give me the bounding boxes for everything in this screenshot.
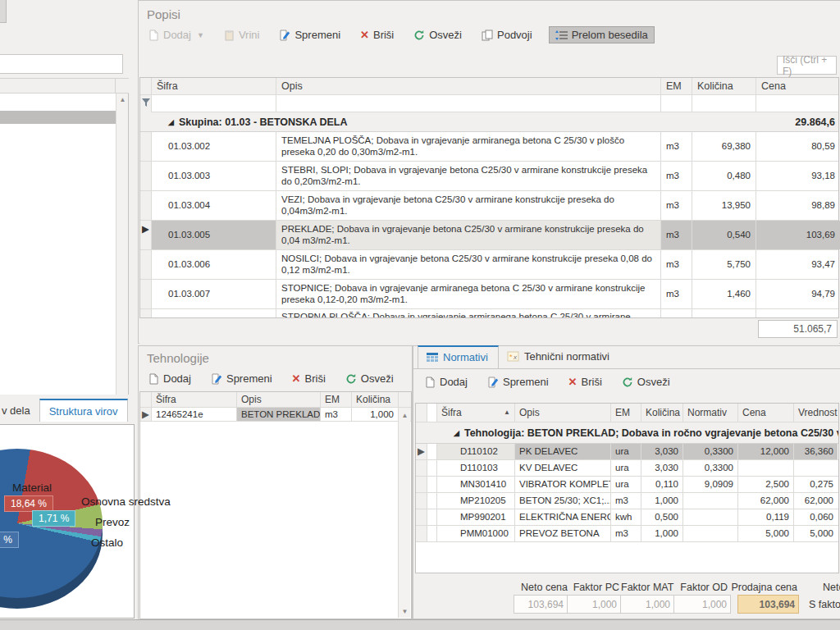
table-row[interactable]: MP990201 ELEKTRIČNA ENERG... kwh 0,500 0… <box>416 509 838 526</box>
scroll-up-icon[interactable]: ▲ <box>116 94 129 106</box>
col-kolicina[interactable]: Količina <box>692 78 756 94</box>
tehnologije-scrollbar[interactable]: ▲ ▼ <box>398 409 410 618</box>
table-row[interactable]: PMM01000 PREVOZ BETONA m3 1,000 5,000 5,… <box>416 526 838 542</box>
osvezi-button[interactable]: Osveži <box>410 27 465 43</box>
dodaj-button[interactable]: Dodaj ▼ <box>145 27 208 43</box>
table-row-clipped[interactable]: STROPNA PLOŠČA; Dobava in vgrajevanje ar… <box>140 309 838 317</box>
popisi-total-field[interactable]: 51.065,7 <box>758 320 838 338</box>
popisi-filter-row <box>140 95 838 112</box>
table-row[interactable]: 01.03.002 TEMELJNA PLOŠČA; Dobava in vgr… <box>140 132 838 162</box>
table-grid-icon <box>427 353 438 363</box>
row-indicator-icon: ▶ <box>416 444 427 459</box>
col-opis[interactable]: Opis <box>276 78 661 94</box>
formula-icon: *x <box>507 351 519 362</box>
pie-pct-material: 18,64 % <box>4 495 53 512</box>
spremeni-button[interactable]: Spremeni <box>484 374 552 390</box>
col-sifra[interactable]: Šifra▲ <box>437 404 515 422</box>
filter-cell[interactable] <box>152 95 276 112</box>
table-row[interactable]: D110103 KV DELAVEC ura 3,030 0,3300 <box>416 460 838 477</box>
collapse-triangle-icon[interactable]: ◢ <box>168 118 174 126</box>
neto-cena-field[interactable]: 103,694 <box>514 595 568 614</box>
collapse-triangle-icon[interactable]: ◢ <box>454 429 459 437</box>
col-vrednost[interactable]: Vrednost <box>794 404 838 422</box>
filter-cell[interactable] <box>276 95 661 112</box>
normativi-toolbar: Dodaj Spremeni ✕ Briši Osveži <box>422 374 687 390</box>
osvezi-button[interactable]: Osveži <box>342 371 397 386</box>
dodaj-button[interactable]: Dodaj <box>145 371 194 386</box>
delete-x-icon: ✕ <box>568 376 578 388</box>
faktor-pc-field[interactable]: 1,000 <box>567 595 621 614</box>
tab-normativi[interactable]: Normativi <box>418 345 499 368</box>
resource-structure-chart: Material 18,64 % 1,71 % % Osnovna sredst… <box>0 424 135 619</box>
col-cena[interactable]: Cena <box>738 404 794 422</box>
row-indicator-icon: ▶ <box>140 408 152 421</box>
sidebar-list[interactable]: ▲ <box>0 94 129 395</box>
tab-struktura-virov[interactable]: Struktura virov <box>39 399 128 422</box>
popisi-footer-strip: 51.065,7 <box>139 318 839 344</box>
col-em[interactable]: EM <box>661 78 692 94</box>
sidebar-search-input[interactable]: Išči (Ctrl + F) <box>0 54 123 74</box>
brisi-button[interactable]: ✕ Briši <box>565 374 605 390</box>
normativi-grid-header: Šifra▲ Opis EM Količina Normativ Cena Vr… <box>416 404 838 422</box>
spremeni-button[interactable]: Spremeni <box>208 371 276 386</box>
popisi-grid-header: Šifra Opis EM Količina Cena <box>140 78 838 95</box>
col-kolicina[interactable]: Količina <box>352 392 399 407</box>
osvezi-button[interactable]: Osveži <box>619 374 673 390</box>
prelom-besedila-toggle[interactable]: Prelom besedila <box>549 26 655 43</box>
table-row[interactable]: 01.03.007 STOPNICE; Dobava in vgrajevanj… <box>140 280 838 309</box>
svg-text:*: * <box>509 353 513 361</box>
edit-pencil-icon <box>487 377 499 388</box>
refresh-icon <box>345 373 357 385</box>
faktor-od-field[interactable]: 1,000 <box>673 595 731 614</box>
col-em[interactable]: EM <box>321 392 352 407</box>
collapsed-panel-edge[interactable] <box>0 0 7 23</box>
table-row[interactable]: 01.03.003 STEBRI, SLOPI; Dobava in vgraj… <box>140 162 838 191</box>
col-kolicina[interactable]: Količina <box>641 404 683 422</box>
tab-partial-dela[interactable]: v dela <box>0 399 39 422</box>
dodaj-button[interactable]: Dodaj <box>422 374 471 390</box>
vrini-button[interactable]: Vrini <box>221 27 263 43</box>
pie-label-material: Material <box>12 482 52 494</box>
col-opis[interactable]: Opis <box>515 404 611 422</box>
col-em[interactable]: EM <box>611 404 641 422</box>
table-row-selected[interactable]: ▶ 12465241e BETON PREKLAD; Doba... m3 1,… <box>140 408 411 422</box>
table-row[interactable]: MP210205 BETON 25/30; XC1;... m3 1,000 6… <box>416 493 838 509</box>
filter-icon <box>142 98 150 107</box>
label-neto-clipped: Neto <box>823 582 840 593</box>
popisi-search-input[interactable]: Išči (Ctrl + F) <box>777 56 837 75</box>
col-normativ[interactable]: Normativ <box>683 404 738 422</box>
brisi-button[interactable]: ✕ Briši <box>357 27 397 43</box>
spremeni-button[interactable]: Spremeni <box>276 27 344 43</box>
faktor-mat-field[interactable]: 1,000 <box>620 595 674 614</box>
table-row[interactable]: 01.03.004 VEZI; Dobava in vgrajevanje be… <box>140 191 838 221</box>
tab-tehnicni-normativi[interactable]: *x Tehnični normativi <box>499 345 619 368</box>
refresh-icon <box>413 30 425 41</box>
col-cena[interactable]: Cena <box>756 78 840 94</box>
brisi-button[interactable]: ✕ Briši <box>289 371 329 386</box>
scroll-up-icon[interactable]: ▲ <box>399 409 411 422</box>
column-divider <box>115 79 116 94</box>
filter-cell[interactable] <box>661 95 692 112</box>
normativi-group-row[interactable]: ◢ Tehnologija: BETON PREKLAD; Dobava in … <box>416 422 838 444</box>
table-row-selected[interactable]: ▶ D110102 PK DELAVEC ura 3,030 0,3300 12… <box>416 444 838 460</box>
list-item-selected[interactable] <box>0 111 116 124</box>
col-sifra[interactable]: Šifra <box>152 392 237 407</box>
popisi-title: Popisi <box>147 7 180 21</box>
table-row[interactable]: MN301410 VIBRATOR KOMPLET ura 0,110 9,09… <box>416 477 838 493</box>
table-row-selected[interactable]: ▶ 01.03.005 PREKLADE; Dobava in vgrajeva… <box>140 221 838 250</box>
popisi-group-row[interactable]: ◢ Skupina: 01.03 - BETONSKA DELA 29.864,… <box>140 112 838 132</box>
label-faktor-pc: Faktor PC <box>568 582 619 593</box>
table-row[interactable]: 01.03.006 NOSILCI; Dobava in vgrajevanje… <box>140 250 838 280</box>
row-indicator-icon: ▶ <box>140 221 152 249</box>
filter-cell[interactable] <box>692 95 756 112</box>
sidebar-scrollbar[interactable]: ▲ <box>116 94 128 395</box>
podvoji-button[interactable]: Podvoji <box>478 27 536 43</box>
scroll-down-icon[interactable]: ▼ <box>399 605 411 618</box>
tehnologije-title: Tehnologije <box>147 351 209 365</box>
prodajna-cena-field[interactable]: 103,694 <box>737 595 799 614</box>
filter-cell[interactable] <box>756 95 840 112</box>
col-opis[interactable]: Opis <box>237 392 321 407</box>
normativi-grid: Šifra▲ Opis EM Količina Normativ Cena Vr… <box>415 403 839 573</box>
col-sifra[interactable]: Šifra <box>152 78 276 94</box>
sort-ascending-icon: ▲ <box>504 409 510 416</box>
